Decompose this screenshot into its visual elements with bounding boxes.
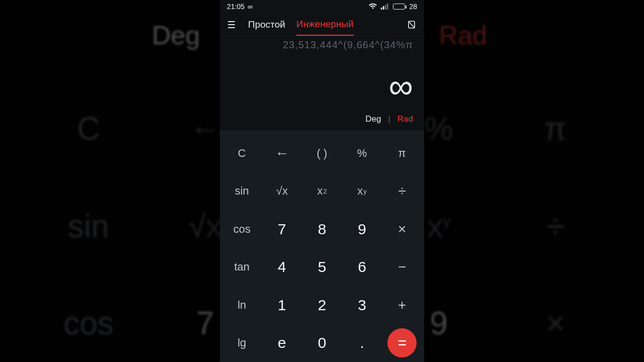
key-ln[interactable]: ln <box>222 286 262 324</box>
result-text: ∞ <box>389 69 413 103</box>
angle-deg[interactable]: Deg <box>365 114 381 124</box>
key-dot[interactable]: . <box>342 324 382 363</box>
key-7[interactable]: 7 <box>262 210 302 248</box>
display-area: 23,513,444^(9,664^(34%π ∞ Deg | Rad <box>220 36 424 130</box>
battery-level: 28 <box>409 3 417 11</box>
angle-separator: | <box>388 114 390 124</box>
key-multiply[interactable]: × <box>382 210 422 248</box>
key-sqrt[interactable]: √x <box>262 172 302 211</box>
key-pi[interactable]: π <box>382 134 422 172</box>
key-3[interactable]: 3 <box>342 286 382 324</box>
key-lg[interactable]: lg <box>222 324 262 363</box>
tab-engineer[interactable]: Инженерный <box>296 14 354 36</box>
tab-simple[interactable]: Простой <box>248 14 285 35</box>
key-cos[interactable]: cos <box>222 210 262 248</box>
key-tan[interactable]: tan <box>222 248 262 287</box>
key-square[interactable]: x2 <box>302 172 342 211</box>
menu-icon[interactable] <box>228 21 237 28</box>
key-subtract[interactable]: − <box>382 248 422 287</box>
history-icon[interactable] <box>407 20 416 29</box>
key-2[interactable]: 2 <box>302 286 342 324</box>
signal-icon <box>381 4 389 10</box>
battery-icon <box>393 4 405 10</box>
svg-rect-1 <box>383 6 384 10</box>
phone-frame: 21:05 ∞ 28 Простой Инженерный 23,513,444… <box>220 0 424 362</box>
key-divide[interactable]: ÷ <box>382 172 422 211</box>
key-6[interactable]: 6 <box>342 248 382 287</box>
key-1[interactable]: 1 <box>262 286 302 324</box>
key-backspace[interactable]: ← <box>262 134 302 172</box>
status-bar: 21:05 ∞ 28 <box>220 0 424 13</box>
expression-text: 23,513,444^(9,664^(34%π <box>283 39 413 51</box>
key-equals[interactable]: = <box>382 324 422 363</box>
header: Простой Инженерный <box>220 13 424 36</box>
key-power[interactable]: xy <box>342 172 382 211</box>
key-8[interactable]: 8 <box>302 210 342 248</box>
angle-toggle: Deg | Rad <box>365 114 413 124</box>
key-0[interactable]: 0 <box>302 324 342 363</box>
key-clear[interactable]: C <box>222 134 262 172</box>
status-time: 21:05 <box>227 3 245 11</box>
status-infinity-icon: ∞ <box>248 3 253 11</box>
key-sin[interactable]: sin <box>222 172 262 211</box>
key-9[interactable]: 9 <box>342 210 382 248</box>
wifi-icon <box>369 4 377 10</box>
angle-rad[interactable]: Rad <box>397 114 413 124</box>
keypad: C ← ( ) % π sin √x x2 xy ÷ cos 7 8 9 × t… <box>220 130 424 362</box>
svg-rect-0 <box>381 8 382 10</box>
svg-rect-2 <box>385 5 386 10</box>
key-e[interactable]: e <box>262 324 302 363</box>
key-paren[interactable]: ( ) <box>302 134 342 172</box>
key-percent[interactable]: % <box>342 134 382 172</box>
key-4[interactable]: 4 <box>262 248 302 287</box>
svg-rect-3 <box>387 4 388 10</box>
key-add[interactable]: + <box>382 286 422 324</box>
key-5[interactable]: 5 <box>302 248 342 287</box>
